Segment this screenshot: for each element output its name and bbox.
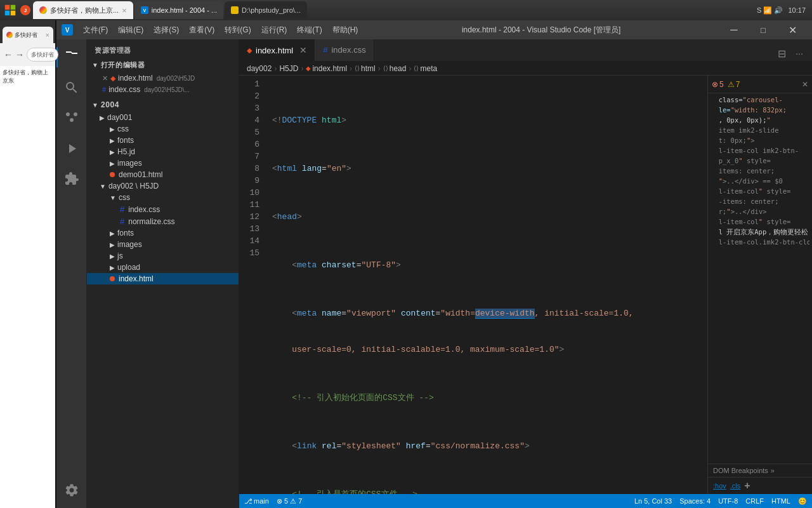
status-eol[interactable]: CRLF (745, 497, 764, 505)
tab-css-label: index.css (331, 45, 365, 55)
warning-count: ⚠ 7 (728, 80, 740, 89)
tab-html-label: index.html (256, 46, 293, 55)
breadcrumb-h5jd[interactable]: H5JD (279, 64, 298, 73)
activity-settings[interactable] (56, 475, 87, 505)
add-style-button[interactable]: + (744, 480, 750, 491)
folder-day001-fonts[interactable]: ▶ fonts (87, 135, 239, 146)
file-index-css[interactable]: # index.css (87, 203, 239, 215)
activity-search[interactable] (56, 72, 87, 103)
open-editors-header[interactable]: ▼ 打开的编辑器 (87, 58, 239, 72)
folder-day001[interactable]: ▶ day001 (87, 112, 239, 123)
breadcrumb-html[interactable]: ⟨⟩ html (355, 64, 376, 73)
cls-filter[interactable]: .cls (730, 482, 741, 490)
open-editor-index-css[interactable]: # index.css day002\H5JD\... (87, 84, 239, 95)
menu-goto[interactable]: 转到(G) (219, 23, 256, 37)
breadcrumb-head[interactable]: ⟨⟩ head (383, 64, 407, 73)
menu-help[interactable]: 帮助(H) (327, 23, 363, 37)
index-html-label: index.html (119, 274, 154, 283)
status-branch[interactable]: ⎇ main (244, 497, 269, 505)
folder-day002[interactable]: ▼ day002 \ H5JD (87, 180, 239, 192)
tab-html-close[interactable]: ✕ (299, 45, 307, 55)
activity-explorer[interactable] (56, 42, 87, 72)
status-language[interactable]: HTML (771, 497, 790, 505)
status-encoding[interactable]: UTF-8 (718, 497, 738, 505)
vscode-logo: V (62, 24, 73, 36)
hov-filter[interactable]: :hov (713, 482, 726, 490)
folder-day002-js[interactable]: ▶ js (87, 250, 239, 262)
index-html-dot (110, 276, 115, 281)
chrome-tab-close[interactable]: × (122, 6, 127, 15)
folder-day002-images[interactable]: ▶ images (87, 239, 239, 250)
folder-day002-css[interactable]: ▼ css (87, 192, 239, 203)
line-num-9: 8 (239, 163, 259, 175)
taskbar-tab-chrome[interactable]: 多快好省，购物上京... × (33, 1, 133, 19)
activity-run[interactable] (56, 133, 87, 164)
error-num: 5 (719, 80, 724, 89)
breadcrumb-day002[interactable]: day002 (247, 64, 272, 73)
more-actions-button[interactable]: ··· (792, 46, 807, 61)
activity-source-control[interactable] (56, 103, 87, 133)
status-spaces[interactable]: Spaces: 4 (679, 497, 710, 505)
browser-page-content: 多快好省，购物上京东 (0, 66, 55, 88)
status-errors[interactable]: ⊗ 5 ⚠ 7 (277, 497, 302, 505)
day002-js-label: js (117, 251, 123, 260)
day001-images-label: images (117, 159, 142, 168)
breadcrumb-sep1: › (274, 64, 277, 73)
folder-day002-fonts[interactable]: ▶ fonts (87, 227, 239, 239)
day002-label: day002 \ H5JD (108, 182, 159, 190)
breadcrumb-html-bracket-icon: ⟨⟩ (355, 65, 360, 72)
dom-breakpoints-label: DOM Breakpoints (713, 467, 768, 474)
index-css-label: index.css (128, 205, 160, 214)
dom-expand-button[interactable]: » (771, 467, 775, 474)
left-tab-close-icon[interactable]: × (46, 31, 49, 39)
error-icon: ⊗ (712, 80, 718, 89)
preview-line-6: l-item-col imk2-btn- (710, 145, 809, 156)
activity-extensions[interactable] (56, 164, 87, 194)
taskbar-app-icon-chrome-fav[interactable]: J (20, 5, 30, 15)
day001-h5jd-label: H5.jd (117, 147, 135, 156)
open-editor-close-icon[interactable]: ✕ (102, 74, 108, 83)
tab-index-css[interactable]: # index.css (315, 39, 374, 61)
chrome-nav-bar: ← → 多快好省 (0, 43, 55, 66)
open-editor-index-html[interactable]: ✕ ◆ index.html day002\H5JD (87, 72, 239, 84)
menu-select[interactable]: 选择(S) (148, 23, 184, 37)
breadcrumb-meta[interactable]: ⟨⟩ meta (414, 64, 437, 73)
code-line-6: <!-- 引入初始化页面的CSS文件 --> (272, 392, 707, 404)
taskbar-tab-vscode[interactable]: V index.html - 2004 - ... (134, 1, 223, 19)
menu-view[interactable]: 查看(V) (184, 23, 219, 37)
day002-upload-label: upload (117, 263, 140, 272)
open-editors-label: 打开的编辑器 (101, 60, 145, 70)
system-tray: S 📶 🔊 10:17 (757, 6, 812, 15)
start-button[interactable] (0, 0, 20, 20)
folder-day001-h5jd[interactable]: ▶ H5.jd (87, 146, 239, 157)
close-button[interactable]: ✕ (778, 20, 807, 39)
status-ln-col[interactable]: Ln 5, Col 33 (634, 497, 672, 505)
right-panel-close-icon[interactable]: ✕ (802, 80, 808, 89)
folder-day001-images[interactable]: ▶ images (87, 157, 239, 169)
menu-terminal[interactable]: 终端(T) (292, 23, 327, 37)
tab-index-html[interactable]: ◆ index.html ✕ (239, 39, 315, 61)
folder-root-2004[interactable]: ▼ 2004 (87, 98, 239, 112)
back-icon[interactable]: ← (4, 50, 13, 60)
breadcrumb-index-html[interactable]: ◆ index.html (306, 64, 347, 73)
code-content[interactable]: <!DOCTYPE html> <html lang="en"> <head> … (265, 76, 707, 494)
file-index-html-active[interactable]: index.html (87, 273, 239, 284)
status-bar: ⎇ main ⊗ 5 ⚠ 7 Ln 5, Col 33 Spaces: 4 UT… (239, 494, 812, 508)
forward-icon[interactable]: → (15, 50, 24, 60)
file-normalize-css[interactable]: # normalize.css (87, 215, 239, 227)
taskbar-tab-folder[interactable]: D:\phpstudy_pro\... (225, 1, 307, 19)
folder-day002-upload[interactable]: ▶ upload (87, 262, 239, 273)
day002-css-label: css (119, 193, 130, 202)
maximize-button[interactable]: □ (749, 20, 778, 39)
left-chrome-tab[interactable]: 多快好省 × (3, 27, 53, 43)
address-bar[interactable]: 多快好省 (27, 48, 58, 62)
menu-edit[interactable]: 编辑(E) (113, 23, 148, 37)
minimize-button[interactable]: ─ (719, 20, 749, 39)
folder-day001-css[interactable]: ▶ css (87, 123, 239, 135)
split-editor-button[interactable]: ⊟ (774, 46, 789, 61)
menu-file[interactable]: 文件(F) (78, 23, 113, 37)
left-chrome-tab-bar: 多快好省 × (0, 20, 55, 43)
menu-run[interactable]: 运行(R) (256, 23, 292, 37)
file-demo01-html[interactable]: demo01.html (87, 169, 239, 180)
status-feedback[interactable]: 😊 (798, 497, 807, 505)
